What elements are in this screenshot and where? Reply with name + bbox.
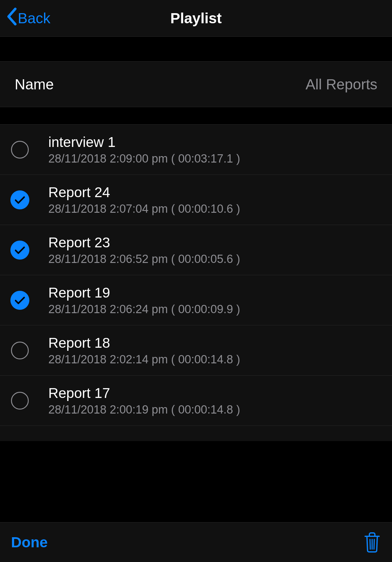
name-column-label: Name: [15, 76, 54, 93]
list-item[interactable]: Report 18 28/11/2018 2:02:14 pm ( 00:00:…: [0, 325, 392, 376]
item-subtitle: 28/11/2018 2:07:04 pm ( 00:00:10.6 ): [48, 202, 240, 215]
item-subtitle: 28/11/2018 2:06:52 pm ( 00:00:05.6 ): [48, 253, 240, 266]
navigation-bar: Back Playlist: [0, 0, 392, 37]
spacer: [0, 37, 392, 61]
spacer: [0, 107, 392, 124]
list-item-text: Report 24 28/11/2018 2:07:04 pm ( 00:00:…: [48, 184, 240, 215]
selection-checkbox[interactable]: [10, 341, 29, 360]
trash-icon: [363, 532, 381, 553]
list-item-text: Report 18 28/11/2018 2:02:14 pm ( 00:00:…: [48, 335, 240, 366]
list-item[interactable]: Report 24 28/11/2018 2:07:04 pm ( 00:00:…: [0, 175, 392, 225]
selection-checkbox[interactable]: [10, 391, 29, 410]
checkmark-circle-icon: [10, 291, 29, 310]
list-item-text: interview 1 28/11/2018 2:09:00 pm ( 00:0…: [48, 134, 240, 165]
selection-checkbox[interactable]: [10, 190, 29, 209]
item-title: Report 23: [48, 234, 240, 251]
checkmark-circle-icon: [10, 190, 29, 209]
circle-empty-icon: [11, 141, 29, 159]
filter-label[interactable]: All Reports: [305, 76, 377, 93]
back-label: Back: [18, 10, 50, 27]
done-button[interactable]: Done: [11, 534, 48, 551]
list-item-text: Report 23 28/11/2018 2:06:52 pm ( 00:00:…: [48, 234, 240, 265]
item-subtitle: 28/11/2018 2:00:19 pm ( 00:00:14.8 ): [48, 403, 240, 416]
list-item[interactable]: Report 19 28/11/2018 2:06:24 pm ( 00:00:…: [0, 275, 392, 325]
list-item[interactable]: Report 17 28/11/2018 2:00:19 pm ( 00:00:…: [0, 376, 392, 426]
recording-list: interview 1 28/11/2018 2:09:00 pm ( 00:0…: [0, 124, 392, 441]
selection-checkbox[interactable]: [10, 241, 29, 260]
page-title: Playlist: [170, 10, 222, 27]
list-item[interactable]: interview 1 28/11/2018 2:09:00 pm ( 00:0…: [0, 125, 392, 175]
selection-checkbox[interactable]: [10, 140, 29, 159]
list-header: Name All Reports: [0, 61, 392, 107]
back-button[interactable]: Back: [0, 7, 50, 30]
item-title: Report 19: [48, 284, 240, 301]
list-item-text: Report 19 28/11/2018 2:06:24 pm ( 00:00:…: [48, 284, 240, 316]
circle-empty-icon: [11, 342, 29, 359]
chevron-left-icon: [6, 7, 17, 30]
delete-button[interactable]: [363, 532, 381, 553]
item-title: interview 1: [48, 134, 240, 151]
item-title: Report 17: [48, 385, 240, 402]
list-item[interactable]: Report 23 28/11/2018 2:06:52 pm ( 00:00:…: [0, 225, 392, 275]
selection-checkbox[interactable]: [10, 291, 29, 310]
list-item-partial[interactable]: [0, 426, 392, 441]
list-item-text: Report 17 28/11/2018 2:00:19 pm ( 00:00:…: [48, 385, 240, 416]
item-title: Report 18: [48, 335, 240, 351]
item-subtitle: 28/11/2018 2:09:00 pm ( 00:03:17.1 ): [48, 152, 240, 165]
item-subtitle: 28/11/2018 2:06:24 pm ( 00:00:09.9 ): [48, 303, 240, 316]
bottom-toolbar: Done: [0, 522, 392, 562]
item-title: Report 24: [48, 184, 240, 201]
circle-empty-icon: [11, 392, 29, 410]
item-subtitle: 28/11/2018 2:02:14 pm ( 00:00:14.8 ): [48, 353, 240, 366]
checkmark-circle-icon: [10, 241, 29, 260]
